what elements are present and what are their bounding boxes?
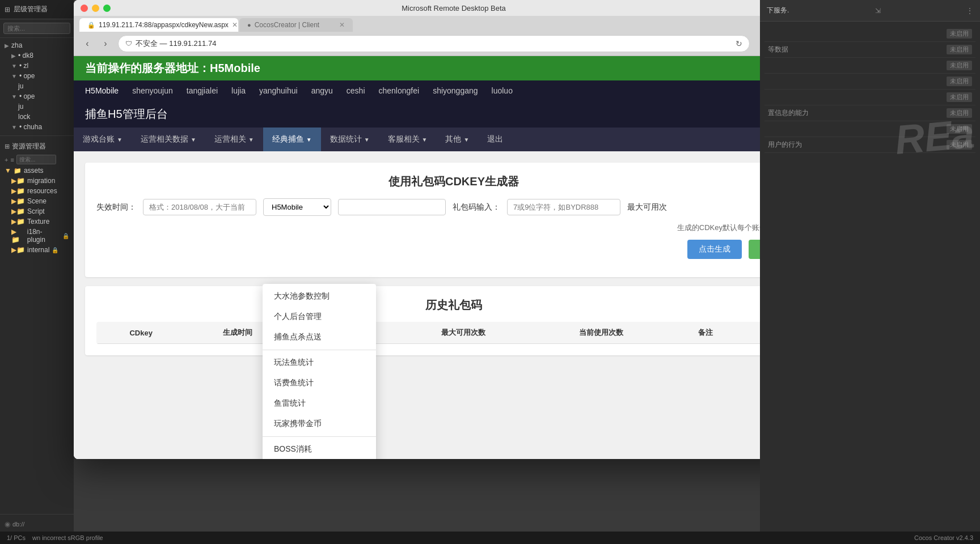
content-area: 使用礼包码CDKEY生成器 失效时间： H5Mobile 礼包码输入： 最大可用… [74, 151, 834, 376]
nav-yunying-data[interactable]: 运营相关数据 ▼ [132, 128, 205, 151]
rp-row-1: 未启用 [764, 26, 975, 42]
folder-icon: ▶📁 [11, 218, 25, 226]
tree-resources[interactable]: ▶📁 resources [7, 186, 74, 196]
nav-label: 其他 [445, 134, 461, 144]
generator-card-title: 使用礼包码CDKEY生成器 [96, 174, 811, 189]
rp-row-5: 未启用 [764, 90, 975, 105]
sub-nav-luoluo[interactable]: luoluo [492, 85, 513, 96]
tab-cocos[interactable]: ● CocosCreator | Client ✕ [239, 18, 353, 32]
internal-label: internal [27, 246, 49, 254]
nav-arrow: ▼ [422, 137, 428, 143]
sub-nav-h5mobile[interactable]: H5Mobile [85, 85, 119, 96]
server-banner: 当前操作的服务器地址：H5Mobile [74, 56, 834, 80]
tree-item-dk8[interactable]: ▶ • dk8 [7, 50, 74, 61]
tree-item-chuha[interactable]: ▼ • chuha [7, 122, 74, 132]
right-panel-menu[interactable]: ⋮ [966, 7, 973, 15]
server-select[interactable]: H5Mobile [263, 198, 331, 216]
rp-badge-7: 未启用 [947, 124, 972, 134]
sort-icon[interactable]: ≡ [10, 156, 14, 163]
history-card: 历史礼包码 CDkey 生成时间 礼包内容 最大可用次数 当前使用次数 [85, 286, 822, 355]
dropdown-item-geren[interactable]: 个人后台管理 [263, 307, 376, 327]
tree-scene[interactable]: ▶📁 Scene [7, 196, 74, 206]
tree-item-zha[interactable]: ▶ zha [0, 40, 74, 50]
tree-arrow: ▼ [11, 124, 17, 130]
back-button[interactable]: ‹ [79, 36, 95, 52]
address-bar[interactable]: 🛡 不安全 — 119.91.211.74 ↻ [118, 35, 750, 52]
nav-data-tongji[interactable]: 数据统计 ▼ [321, 128, 379, 151]
col-cur-use: 当前使用次数 [532, 322, 670, 344]
right-panel-content: 未启用 等数据 未启用 未启用 未启用 未启用 置信息的能力 未启用 未启用 用… [760, 22, 980, 544]
expire-input[interactable] [143, 199, 256, 215]
tree-item-ju2[interactable]: ju [14, 101, 74, 112]
assets-label: assets [24, 167, 44, 175]
tree-item-label: ju [18, 82, 23, 90]
resource-search-input[interactable] [16, 155, 56, 164]
tab-cdkey[interactable]: 🔒 119.91.211.74:88/appaspx/cdkeyNew.aspx… [79, 18, 238, 32]
dropdown-item-yulei[interactable]: 鱼雷统计 [263, 393, 376, 414]
reload-icon[interactable]: ↻ [736, 39, 742, 48]
folder-icon: ▶📁 [11, 228, 25, 244]
nav-youxi-tazhang[interactable]: 游戏台账 ▼ [74, 128, 132, 151]
forward-button[interactable]: › [98, 36, 113, 52]
sub-nav-shenyoujun[interactable]: shenyoujun [132, 85, 173, 96]
tab-close-2[interactable]: ✕ [339, 21, 345, 29]
maximize-button[interactable] [103, 5, 111, 12]
form-note-row: 生成的CDKey默认每个账号只可兑换一次 [96, 223, 811, 233]
tree-assets[interactable]: ▼ 📁 assets [0, 165, 74, 176]
tree-item-lock[interactable]: lock [14, 112, 74, 122]
sub-nav-chenlongfei[interactable]: chenlongfei [379, 85, 420, 96]
close-button[interactable] [81, 5, 88, 12]
tree-item-label: • zl [19, 62, 28, 70]
layers-icon: ⊞ [5, 6, 10, 14]
nav-kefu[interactable]: 客服相关 ▼ [379, 128, 437, 151]
page-content: 当前操作的服务器地址：H5Mobile H5Mobile shenyoujun … [74, 56, 834, 459]
nav-other[interactable]: 其他 ▼ [436, 128, 478, 151]
nav-arrow: ▼ [117, 137, 122, 143]
tree-item-zl[interactable]: ▼ • zl [7, 61, 74, 71]
tree-texture[interactable]: ▶📁 Texture [7, 216, 74, 227]
rp-badge-5: 未启用 [947, 92, 972, 102]
rp-badge-2: 未启用 [947, 45, 972, 54]
tree-internal[interactable]: ▶📁 internal 🔒 [7, 245, 74, 255]
tree-item-ope1[interactable]: ▼ • ope [7, 71, 74, 81]
dropdown-divider-2 [263, 436, 376, 437]
dropdown-item-huafei[interactable]: 话费鱼统计 [263, 373, 376, 393]
nav-yunying[interactable]: 运营相关 ▼ [205, 128, 263, 151]
sub-nav-angyu[interactable]: angyu [311, 85, 333, 96]
nav-label: 数据统计 [330, 134, 362, 144]
sub-nav-ceshi[interactable]: ceshi [347, 85, 365, 96]
sidebar-search-input[interactable] [3, 23, 70, 34]
gift-code-input[interactable] [507, 199, 620, 215]
tree-arrow: ▼ [11, 94, 17, 100]
sub-nav-shiyonggang[interactable]: shiyonggang [433, 85, 478, 96]
dropdown-item-boss[interactable]: BOSS消耗 [263, 439, 376, 459]
dropdown-item-buyu[interactable]: 捕鱼点杀点送 [263, 327, 376, 347]
add-icon[interactable]: + [5, 156, 8, 163]
folder-icon: ▼ [5, 167, 11, 175]
dropdown-item-dashui[interactable]: 大水池参数控制 [263, 286, 376, 307]
code-input[interactable] [338, 199, 446, 215]
generate-button[interactable]: 点击生成 [687, 240, 742, 259]
sub-nav-lujia[interactable]: lujia [231, 85, 246, 96]
nav-jingdian-buyu[interactable]: 经典捕鱼 ▼ [263, 128, 321, 151]
lock-icon: 🔒 [62, 233, 69, 239]
tree-item-ope2[interactable]: ▼ • ope [7, 91, 74, 101]
tree-script[interactable]: ▶📁 Script [7, 206, 74, 216]
dropdown-item-wanjia[interactable]: 玩家携带金币 [263, 414, 376, 434]
nav-logout[interactable]: 退出 [478, 128, 512, 151]
nav-arrow: ▼ [248, 137, 254, 143]
sub-nav-yanghuihui[interactable]: yanghuihui [259, 85, 298, 96]
dropdown-item-wanfa[interactable]: 玩法鱼统计 [263, 352, 376, 373]
tab-close-1[interactable]: ✕ [232, 21, 238, 29]
lock-icon-internal: 🔒 [52, 247, 58, 253]
tree-item-ju1[interactable]: ju [14, 81, 74, 91]
tree-migration[interactable]: ▶📁 migration [7, 176, 74, 186]
rp-badge-1: 未启用 [947, 29, 972, 39]
status-bar-left: 1/ PCs wn incorrect sRGB profile [7, 534, 103, 541]
server-banner-text: 当前操作的服务器地址：H5Mobile [85, 62, 260, 74]
db-text: db:// [12, 521, 24, 528]
tree-i18n[interactable]: ▶📁 i18n-plugin 🔒 [7, 227, 74, 245]
tab-label-2: CocosCreator | Client [255, 21, 320, 29]
sub-nav-tangjialei[interactable]: tangjialei [187, 85, 218, 96]
minimize-button[interactable] [92, 5, 99, 12]
